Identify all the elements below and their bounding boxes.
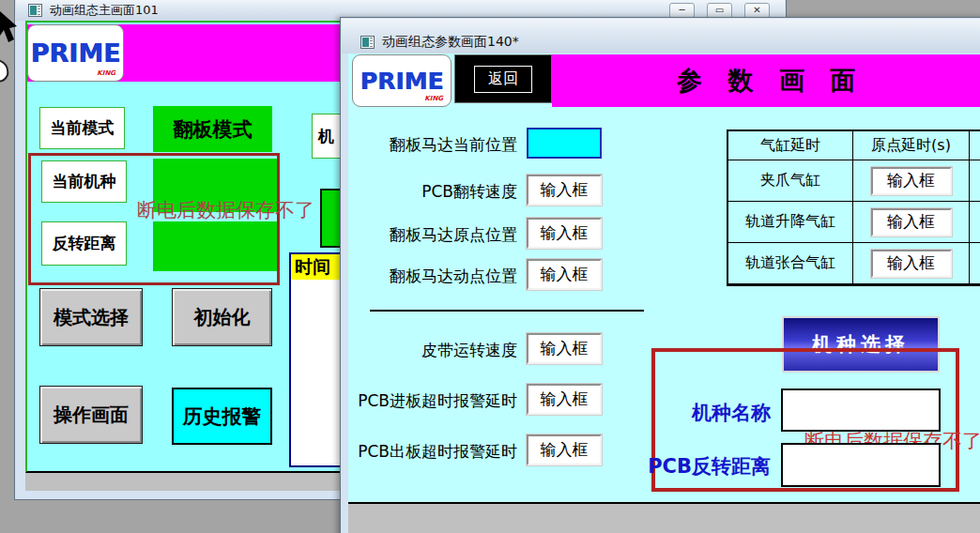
table-cell-extra bbox=[970, 243, 980, 284]
table-header-cylinder: 气缸延时 bbox=[728, 131, 853, 160]
main-window-title: 动画组态主画面101 bbox=[50, 2, 159, 19]
reverse-distance-field: 反转距离 bbox=[41, 221, 127, 266]
belt-speed-input[interactable]: 输入框 bbox=[527, 333, 602, 364]
power-loss-annotation-main: 断电后数据保存不了 bbox=[137, 197, 314, 223]
table-row-name: 夹爪气缸 bbox=[728, 160, 853, 202]
close-button[interactable]: ✕ bbox=[744, 3, 770, 19]
param-label-2: 翻板马达原点位置 bbox=[348, 224, 517, 246]
maximize-button[interactable]: ▭ bbox=[707, 3, 732, 19]
operation-screen-button[interactable]: 操作画面 bbox=[39, 386, 143, 444]
table-header-origin-delay: 原点延时(s) bbox=[853, 131, 970, 160]
rail-lift-cylinder-input[interactable]: 输入框 bbox=[871, 208, 952, 236]
model-name-input[interactable] bbox=[781, 388, 941, 432]
minimize-button[interactable]: ─ bbox=[669, 3, 695, 19]
pcb-out-timeout-input[interactable]: 输入框 bbox=[527, 434, 602, 465]
parameter-hmi-screen: 参 数 画 面 PRIME KING 返回 翻板马达当前位置 PCB翻转速度 输… bbox=[348, 53, 980, 504]
pcb-flip-speed-input[interactable]: 输入框 bbox=[527, 175, 602, 206]
flip-motor-origin-input[interactable]: 输入框 bbox=[527, 218, 602, 249]
pcb-reverse-distance-input[interactable] bbox=[781, 443, 941, 487]
current-mode-field: 当前模式 bbox=[39, 107, 125, 149]
claw-cylinder-input[interactable]: 输入框 bbox=[871, 167, 952, 195]
return-button-label: 返回 bbox=[474, 66, 532, 93]
param-label-0: 翻板马达当前位置 bbox=[348, 134, 517, 156]
prime-logo: PRIME KING bbox=[352, 54, 452, 107]
prime-logo: PRIME KING bbox=[27, 24, 124, 82]
mouse-cursor-icon bbox=[0, 11, 23, 86]
initialize-button[interactable]: 初始化 bbox=[172, 288, 272, 346]
table-cell: 输入框 bbox=[853, 160, 970, 202]
section-divider bbox=[370, 310, 644, 312]
param-header-band: 参 数 画 面 bbox=[552, 54, 980, 107]
flip-mode-indicator: 翻板模式 bbox=[153, 106, 272, 152]
param-screen-title: 参 数 画 面 bbox=[677, 64, 864, 98]
return-button[interactable]: 返回 bbox=[454, 54, 552, 103]
flip-motor-moving-input[interactable]: 输入框 bbox=[527, 259, 602, 290]
rail-clamp-cylinder-input[interactable]: 输入框 bbox=[871, 250, 952, 278]
parameter-window: 动画组态参数画面140* 参 数 画 面 PRIME KING 返回 翻板马达当… bbox=[340, 17, 980, 533]
desktop: 动画组态主画面101 ─ ▭ ✕ PRIME KING 当前模式 翻板模式 机 … bbox=[0, 0, 980, 533]
param-label-1: PCB翻转速度 bbox=[348, 181, 517, 203]
current-model-field: 当前机种 bbox=[41, 160, 127, 203]
window-icon bbox=[360, 36, 375, 49]
table-header-extra bbox=[970, 131, 980, 160]
table-row-name: 轨道张合气缸 bbox=[728, 243, 853, 284]
param-label-3: 翻板马达动点位置 bbox=[348, 266, 517, 287]
flip-motor-position-display bbox=[527, 128, 602, 159]
kings-logo-mark: KING bbox=[97, 69, 115, 77]
table-cell: 输入框 bbox=[853, 243, 970, 284]
parameter-window-title: 动画组态参数画面140* bbox=[382, 34, 519, 51]
model-name-label: 机种名称 bbox=[620, 400, 771, 426]
parameter-window-titlebar[interactable]: 动画组态参数画面140* bbox=[342, 19, 980, 53]
prime-logo-text: PRIME bbox=[360, 68, 444, 95]
partial-model-field: 机 bbox=[312, 114, 344, 159]
param-label-5: PCB进板超时报警延时 bbox=[348, 390, 517, 412]
window-icon bbox=[28, 4, 42, 17]
pcb-in-timeout-input[interactable]: 输入框 bbox=[527, 384, 602, 415]
mode-select-button[interactable]: 模式选择 bbox=[39, 288, 143, 346]
table-cell: 输入框 bbox=[853, 202, 970, 243]
table-cell-extra bbox=[970, 160, 980, 202]
reverse-distance-value-box bbox=[153, 221, 277, 271]
prime-logo-text: PRIME bbox=[31, 38, 121, 68]
pcb-reverse-distance-label: PCB反转距离 bbox=[611, 453, 771, 480]
cylinder-delay-table: 气缸延时 原点延时(s) 夹爪气缸 输入框 轨道升降气缸 输入框 轨道张合气缸 … bbox=[727, 129, 980, 286]
table-row-name: 轨道升降气缸 bbox=[728, 202, 853, 243]
history-alarm-button[interactable]: 历史报警 bbox=[172, 388, 272, 445]
kings-logo-mark: KING bbox=[424, 95, 443, 102]
param-label-4: 皮带运转速度 bbox=[348, 340, 517, 361]
table-cell-extra bbox=[970, 202, 980, 243]
param-label-6: PCB出板超时报警延时 bbox=[348, 441, 517, 463]
